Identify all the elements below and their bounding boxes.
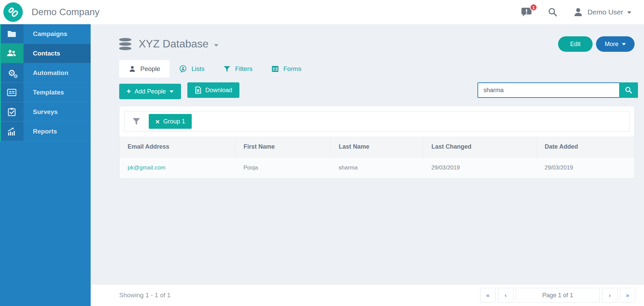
company-name: Demo Company: [32, 7, 99, 17]
tab-forms[interactable]: Forms: [262, 60, 311, 78]
column-header-last-name: Last Name: [331, 137, 423, 157]
sidebar-item-contacts[interactable]: Contacts: [0, 44, 91, 63]
column-header-date-added: Date Added: [537, 137, 634, 157]
surveys-icon: [8, 108, 16, 116]
notifications-button[interactable]: 1: [521, 7, 533, 17]
notification-badge: 1: [530, 4, 537, 11]
gears-icon: ⚙⚙: [8, 69, 15, 77]
download-button[interactable]: Download: [187, 82, 239, 98]
contacts-icon: [6, 49, 17, 58]
search-icon: [548, 7, 557, 17]
database-icon: [119, 38, 131, 50]
contacts-search: [477, 82, 638, 98]
templates-icon: [7, 88, 16, 97]
search-submit-button[interactable]: [619, 82, 638, 98]
sidebar-item-reports[interactable]: Reports: [0, 122, 91, 141]
chevron-down-icon: [170, 90, 174, 93]
chevron-down-icon: [627, 11, 631, 14]
edit-button[interactable]: Edit: [558, 36, 593, 52]
sidebar: Campaigns Contacts ⚙⚙ Automation: [0, 24, 91, 306]
person-icon: [129, 65, 136, 73]
first-page-button[interactable]: «: [480, 288, 496, 303]
contact-last-changed: 29/03/2019: [423, 157, 536, 179]
table-header-row: Email Address First Name Last Name Last …: [120, 137, 634, 157]
add-people-button[interactable]: + Add People: [119, 84, 181, 99]
contact-last-name: sharma: [331, 157, 423, 179]
global-search-button[interactable]: [548, 7, 557, 17]
pagination-footer: Showing 1 - 1 of 1 « ‹ Page 1 of 1 › »: [91, 284, 644, 306]
database-dropdown-caret[interactable]: [214, 44, 219, 47]
table-row: pk@gmail.com Pooja sharma 29/03/2019 29/…: [120, 157, 634, 179]
contacts-panel: × Group 1 Email Address First Name Last …: [119, 106, 635, 179]
funnel-icon: [223, 65, 231, 73]
filter-icon: [132, 117, 141, 126]
search-icon: [625, 86, 633, 94]
plus-icon: +: [127, 88, 131, 95]
page-indicator: Page 1 of 1: [516, 288, 600, 303]
tab-bar: People Lists Filters: [119, 60, 644, 78]
column-header-first-name: First Name: [235, 137, 331, 157]
column-header-email: Email Address: [120, 137, 235, 157]
column-header-last-changed: Last Changed: [423, 137, 536, 157]
form-icon: [271, 65, 279, 73]
tab-filters[interactable]: Filters: [214, 60, 262, 78]
pager: « ‹ Page 1 of 1 › »: [480, 288, 635, 303]
sidebar-item-surveys[interactable]: Surveys: [0, 102, 91, 122]
user-name: Demo User: [588, 8, 623, 16]
contact-first-name: Pooja: [235, 157, 331, 179]
sidebar-item-campaigns[interactable]: Campaigns: [0, 24, 91, 44]
filter-chip-group1[interactable]: × Group 1: [149, 114, 192, 129]
list-bubble-icon: [179, 65, 187, 73]
sidebar-item-templates[interactable]: Templates: [0, 83, 91, 102]
tab-lists[interactable]: Lists: [170, 60, 214, 78]
brand-logo[interactable]: [3, 2, 23, 22]
search-input[interactable]: [477, 82, 619, 98]
last-page-button[interactable]: »: [620, 288, 635, 303]
page-title: XYZ Database: [139, 38, 209, 50]
prev-page-button[interactable]: ‹: [498, 288, 513, 303]
folder-icon: [7, 30, 16, 38]
brand-logo-icon: [0, 0, 27, 26]
showing-count-text: Showing 1 - 1 of 1: [119, 292, 171, 299]
sidebar-item-automation[interactable]: ⚙⚙ Automation: [0, 63, 91, 83]
next-page-button[interactable]: ›: [602, 288, 617, 303]
tab-people[interactable]: People: [119, 60, 170, 78]
contact-email-link[interactable]: pk@gmail.com: [128, 164, 166, 171]
main-content: XYZ Database Edit More People L: [91, 24, 644, 306]
remove-filter-icon[interactable]: ×: [155, 118, 159, 125]
excel-file-icon: [195, 86, 201, 94]
chevron-down-icon: [622, 43, 626, 45]
more-button[interactable]: More: [596, 36, 635, 52]
user-menu[interactable]: Demo User: [573, 7, 631, 17]
reports-icon: [7, 127, 16, 136]
active-filters-bar: × Group 1: [124, 111, 630, 132]
contact-date-added: 29/03/2019: [537, 157, 634, 179]
contacts-table: Email Address First Name Last Name Last …: [120, 137, 634, 178]
app-header: Demo Company 1 Demo User: [0, 0, 644, 24]
user-icon: [573, 7, 584, 17]
